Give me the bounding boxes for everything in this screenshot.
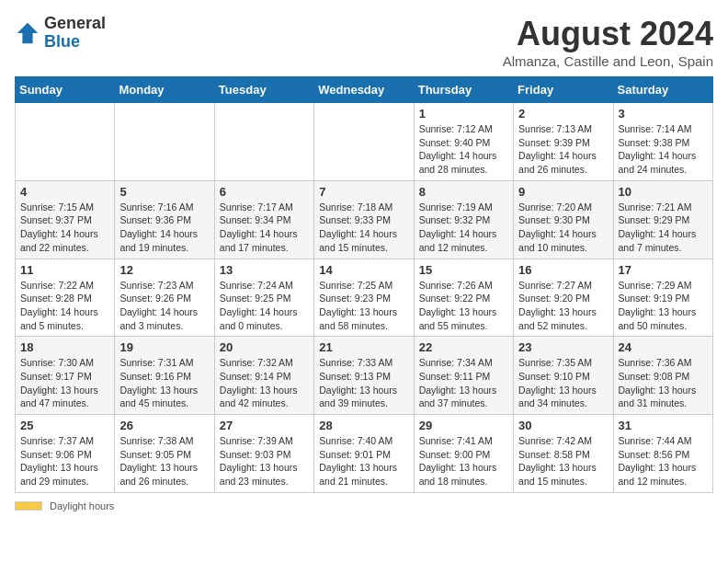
calendar-cell: 1Sunrise: 7:12 AM Sunset: 9:40 PM Daylig…	[414, 103, 513, 181]
daylight-label: Daylight hours	[50, 500, 114, 511]
day-number: 17	[619, 263, 708, 277]
calendar-cell: 7Sunrise: 7:18 AM Sunset: 9:33 PM Daylig…	[314, 180, 414, 259]
day-number: 2	[518, 107, 608, 121]
day-number: 30	[518, 419, 608, 432]
calendar-cell: 11Sunrise: 7:22 AM Sunset: 9:28 PM Dayli…	[16, 259, 115, 337]
day-number: 24	[619, 340, 708, 354]
calendar-week-row: 11Sunrise: 7:22 AM Sunset: 9:28 PM Dayli…	[16, 259, 713, 337]
day-number: 7	[319, 185, 408, 199]
calendar-cell: 6Sunrise: 7:17 AM Sunset: 9:34 PM Daylig…	[214, 180, 313, 259]
calendar-cell: 24Sunrise: 7:36 AM Sunset: 9:08 PM Dayli…	[613, 337, 712, 415]
day-detail: Sunrise: 7:21 AM Sunset: 9:29 PM Dayligh…	[619, 201, 708, 255]
day-number: 14	[319, 263, 408, 277]
day-detail: Sunrise: 7:39 AM Sunset: 9:03 PM Dayligh…	[220, 434, 309, 488]
day-number: 19	[119, 340, 209, 354]
weekday-header: Saturday	[613, 77, 712, 103]
day-detail: Sunrise: 7:14 AM Sunset: 9:38 PM Dayligh…	[619, 122, 708, 177]
calendar-cell: 26Sunrise: 7:38 AM Sunset: 9:05 PM Dayli…	[115, 415, 214, 493]
day-number: 28	[319, 419, 408, 432]
day-detail: Sunrise: 7:44 AM Sunset: 8:56 PM Dayligh…	[619, 434, 708, 488]
calendar-cell: 23Sunrise: 7:35 AM Sunset: 9:10 PM Dayli…	[514, 337, 613, 415]
day-number: 10	[619, 185, 708, 199]
calendar-cell: 19Sunrise: 7:31 AM Sunset: 9:16 PM Dayli…	[115, 337, 214, 415]
day-detail: Sunrise: 7:33 AM Sunset: 9:13 PM Dayligh…	[319, 356, 408, 410]
calendar-cell: 9Sunrise: 7:20 AM Sunset: 9:30 PM Daylig…	[514, 180, 613, 259]
calendar-cell: 30Sunrise: 7:42 AM Sunset: 8:58 PM Dayli…	[514, 415, 613, 493]
day-detail: Sunrise: 7:31 AM Sunset: 9:16 PM Dayligh…	[119, 356, 209, 410]
day-detail: Sunrise: 7:32 AM Sunset: 9:14 PM Dayligh…	[220, 356, 309, 410]
day-detail: Sunrise: 7:30 AM Sunset: 9:17 PM Dayligh…	[20, 356, 109, 410]
day-number: 25	[20, 419, 109, 432]
day-detail: Sunrise: 7:12 AM Sunset: 9:40 PM Dayligh…	[419, 122, 508, 177]
day-number: 26	[119, 419, 209, 432]
day-detail: Sunrise: 7:16 AM Sunset: 9:36 PM Dayligh…	[119, 201, 209, 255]
calendar-cell: 20Sunrise: 7:32 AM Sunset: 9:14 PM Dayli…	[214, 337, 313, 415]
day-number: 22	[419, 340, 508, 354]
header: General Blue August 2024 Almanza, Castil…	[15, 15, 713, 69]
day-number: 21	[319, 340, 408, 354]
day-detail: Sunrise: 7:22 AM Sunset: 9:28 PM Dayligh…	[20, 279, 109, 333]
day-number: 3	[619, 107, 708, 121]
day-number: 5	[119, 185, 209, 199]
calendar-cell: 31Sunrise: 7:44 AM Sunset: 8:56 PM Dayli…	[613, 415, 712, 493]
calendar-body: 1Sunrise: 7:12 AM Sunset: 9:40 PM Daylig…	[16, 103, 713, 493]
day-detail: Sunrise: 7:18 AM Sunset: 9:33 PM Dayligh…	[319, 201, 408, 255]
day-detail: Sunrise: 7:40 AM Sunset: 9:01 PM Dayligh…	[319, 434, 408, 488]
calendar-table: SundayMondayTuesdayWednesdayThursdayFrid…	[15, 76, 713, 493]
day-detail: Sunrise: 7:35 AM Sunset: 9:10 PM Dayligh…	[518, 356, 608, 410]
day-detail: Sunrise: 7:36 AM Sunset: 9:08 PM Dayligh…	[619, 356, 708, 410]
calendar-week-row: 25Sunrise: 7:37 AM Sunset: 9:06 PM Dayli…	[16, 415, 713, 493]
day-detail: Sunrise: 7:23 AM Sunset: 9:26 PM Dayligh…	[119, 279, 209, 333]
calendar-cell: 4Sunrise: 7:15 AM Sunset: 9:37 PM Daylig…	[16, 180, 115, 259]
calendar-cell: 3Sunrise: 7:14 AM Sunset: 9:38 PM Daylig…	[613, 103, 712, 181]
day-number: 27	[220, 419, 309, 432]
calendar-cell: 18Sunrise: 7:30 AM Sunset: 9:17 PM Dayli…	[16, 337, 115, 415]
calendar-cell: 22Sunrise: 7:34 AM Sunset: 9:11 PM Dayli…	[414, 337, 513, 415]
calendar-cell: 15Sunrise: 7:26 AM Sunset: 9:22 PM Dayli…	[414, 259, 513, 337]
calendar-week-row: 1Sunrise: 7:12 AM Sunset: 9:40 PM Daylig…	[16, 103, 713, 181]
svg-marker-0	[17, 23, 38, 43]
calendar-header: SundayMondayTuesdayWednesdayThursdayFrid…	[16, 77, 713, 103]
day-detail: Sunrise: 7:24 AM Sunset: 9:25 PM Dayligh…	[220, 279, 309, 333]
day-detail: Sunrise: 7:42 AM Sunset: 8:58 PM Dayligh…	[518, 434, 608, 488]
logo-icon	[15, 20, 40, 46]
weekday-header: Sunday	[16, 77, 115, 103]
calendar-cell: 8Sunrise: 7:19 AM Sunset: 9:32 PM Daylig…	[414, 180, 513, 259]
day-detail: Sunrise: 7:25 AM Sunset: 9:23 PM Dayligh…	[319, 279, 408, 333]
day-number: 4	[20, 185, 109, 199]
day-detail: Sunrise: 7:26 AM Sunset: 9:22 PM Dayligh…	[419, 279, 508, 333]
calendar-cell: 13Sunrise: 7:24 AM Sunset: 9:25 PM Dayli…	[214, 259, 313, 337]
calendar-cell	[314, 103, 414, 181]
calendar-cell: 27Sunrise: 7:39 AM Sunset: 9:03 PM Dayli…	[214, 415, 313, 493]
day-detail: Sunrise: 7:41 AM Sunset: 9:00 PM Dayligh…	[419, 434, 508, 488]
day-detail: Sunrise: 7:17 AM Sunset: 9:34 PM Dayligh…	[220, 201, 309, 255]
calendar-cell: 25Sunrise: 7:37 AM Sunset: 9:06 PM Dayli…	[16, 415, 115, 493]
day-number: 9	[518, 185, 608, 199]
day-number: 11	[20, 263, 109, 277]
day-number: 15	[419, 263, 508, 277]
calendar-cell	[214, 103, 313, 181]
day-number: 8	[419, 185, 508, 199]
calendar-week-row: 18Sunrise: 7:30 AM Sunset: 9:17 PM Dayli…	[16, 337, 713, 415]
calendar-cell: 5Sunrise: 7:16 AM Sunset: 9:36 PM Daylig…	[115, 180, 214, 259]
day-detail: Sunrise: 7:29 AM Sunset: 9:19 PM Dayligh…	[619, 279, 708, 333]
footer: Daylight hours	[15, 500, 713, 511]
logo-blue: Blue	[44, 32, 80, 51]
calendar-cell: 12Sunrise: 7:23 AM Sunset: 9:26 PM Dayli…	[115, 259, 214, 337]
day-number: 23	[518, 340, 608, 354]
calendar-cell: 28Sunrise: 7:40 AM Sunset: 9:01 PM Dayli…	[314, 415, 414, 493]
weekday-header: Friday	[514, 77, 613, 103]
calendar-cell: 10Sunrise: 7:21 AM Sunset: 9:29 PM Dayli…	[613, 180, 712, 259]
day-number: 20	[220, 340, 309, 354]
day-detail: Sunrise: 7:15 AM Sunset: 9:37 PM Dayligh…	[20, 201, 109, 255]
logo-text: General Blue	[44, 15, 106, 52]
day-number: 13	[220, 263, 309, 277]
weekday-header: Monday	[115, 77, 214, 103]
calendar-cell: 2Sunrise: 7:13 AM Sunset: 9:39 PM Daylig…	[514, 103, 613, 181]
calendar-week-row: 4Sunrise: 7:15 AM Sunset: 9:37 PM Daylig…	[16, 180, 713, 259]
logo-general: General	[44, 14, 106, 32]
day-detail: Sunrise: 7:20 AM Sunset: 9:30 PM Dayligh…	[518, 201, 608, 255]
day-detail: Sunrise: 7:37 AM Sunset: 9:06 PM Dayligh…	[20, 434, 109, 488]
weekday-header: Tuesday	[214, 77, 313, 103]
calendar-cell: 14Sunrise: 7:25 AM Sunset: 9:23 PM Dayli…	[314, 259, 414, 337]
